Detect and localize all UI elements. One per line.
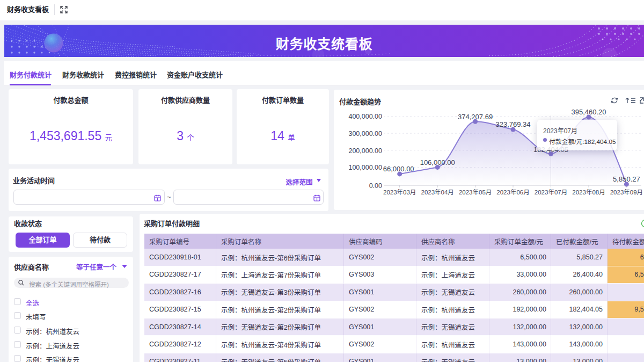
svg-text:66,000.00: 66,000.00	[383, 165, 414, 173]
svg-text:106,000.00: 106,000.00	[420, 158, 455, 166]
svg-text:2023年03月: 2023年03月	[383, 189, 416, 196]
svg-text:300,000.00: 300,000.00	[348, 130, 382, 137]
svg-text:0.00: 0.00	[369, 182, 382, 190]
svg-text:2023年08月: 2023年08月	[572, 189, 605, 196]
svg-text:2023年07月: 2023年07月	[535, 189, 567, 196]
svg-text:100,000.00: 100,000.00	[348, 164, 382, 171]
svg-text:323,769.34: 323,769.34	[495, 120, 530, 128]
svg-text:200,000.00: 200,000.00	[348, 147, 382, 155]
svg-text:5,850.27: 5,850.27	[613, 175, 640, 183]
svg-text:2023年05月: 2023年05月	[459, 189, 492, 196]
svg-text:2023年09月: 2023年09月	[610, 189, 643, 196]
svg-text:395,460.20: 395,460.20	[571, 108, 606, 116]
svg-text:374,207.69: 374,207.69	[458, 113, 493, 121]
svg-text:2023年04月: 2023年04月	[421, 189, 454, 196]
svg-text:2023年06月: 2023年06月	[496, 189, 529, 196]
svg-text:400,000.00: 400,000.00	[348, 113, 382, 120]
